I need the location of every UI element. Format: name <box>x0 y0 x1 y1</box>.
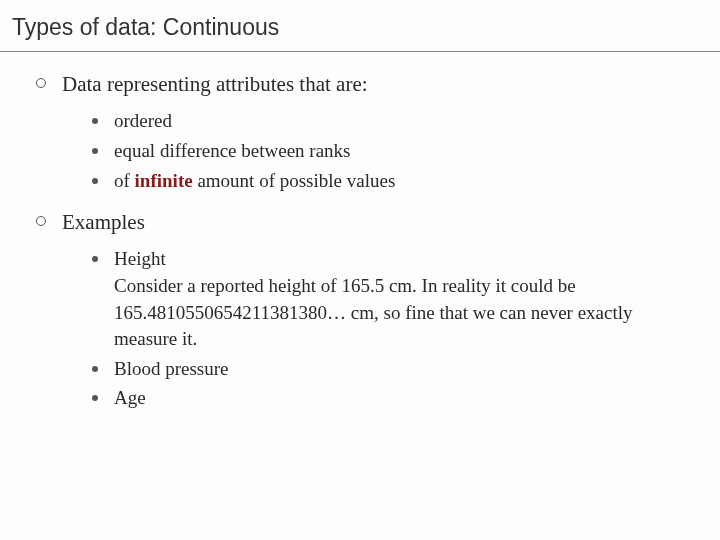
section-heading: Examples <box>62 208 684 236</box>
list-text: Height Consider a reported height of 165… <box>114 246 684 352</box>
slide-content: Data representing attributes that are: o… <box>0 52 720 412</box>
list-item: ordered <box>92 108 684 135</box>
list-item: of infinite amount of possible values <box>92 168 684 195</box>
list-text: ordered <box>114 108 684 135</box>
section-heading: Data representing attributes that are: <box>62 70 684 98</box>
list-item: Data representing attributes that are: <box>36 70 684 98</box>
bullet-open-icon <box>36 216 46 226</box>
list-text: of infinite amount of possible values <box>114 168 684 195</box>
bullet-dot-icon <box>92 256 98 262</box>
list-item: equal difference between ranks <box>92 138 684 165</box>
slide-title: Types of data: Continuous <box>0 0 720 52</box>
bullet-dot-icon <box>92 366 98 372</box>
bullet-open-icon <box>36 78 46 88</box>
bullet-dot-icon <box>92 148 98 154</box>
list-item: Examples <box>36 208 684 236</box>
list-item: Age <box>92 385 684 412</box>
sublist: ordered equal difference between ranks o… <box>36 108 684 194</box>
list-item: Blood pressure <box>92 356 684 383</box>
list-text: Age <box>114 385 684 412</box>
text-prefix: of <box>114 170 135 191</box>
keyword-infinite: infinite <box>135 170 193 191</box>
list-text: Blood pressure <box>114 356 684 383</box>
list-item: Height Consider a reported height of 165… <box>92 246 684 352</box>
sublist: Height Consider a reported height of 165… <box>36 246 684 412</box>
list-text: equal difference between ranks <box>114 138 684 165</box>
text-suffix: amount of possible values <box>193 170 396 191</box>
bullet-dot-icon <box>92 178 98 184</box>
bullet-dot-icon <box>92 118 98 124</box>
bullet-dot-icon <box>92 395 98 401</box>
